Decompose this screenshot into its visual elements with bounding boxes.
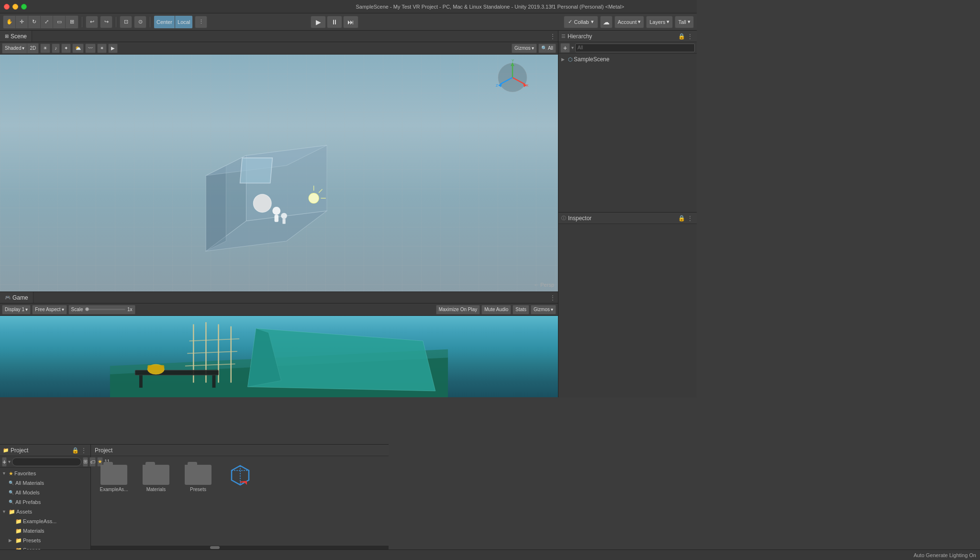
- global-illum-button[interactable]: ⊙: [134, 16, 146, 28]
- hierarchy-more-button[interactable]: ⋮: [686, 33, 694, 40]
- svg-rect-36: [135, 370, 218, 375]
- game-toolbar-right: Maximize On Play Mute Audio Stats Gizmos…: [436, 305, 556, 314]
- layout-label: Tall: [678, 19, 686, 25]
- collab-label: Collab: [574, 19, 589, 25]
- hierarchy-item-arrow: ▶: [561, 57, 567, 62]
- hand-tool-button[interactable]: ✋: [3, 16, 16, 28]
- play-button[interactable]: ▶: [311, 16, 326, 28]
- layout-arrow-icon: ▾: [688, 19, 690, 25]
- game-view[interactable]: [0, 316, 558, 397]
- scene-flares-button[interactable]: ✴: [97, 44, 107, 53]
- shading-dropdown[interactable]: Shaded ▾: [2, 44, 27, 53]
- account-button[interactable]: Account ▾: [614, 16, 645, 28]
- scene-fx-button[interactable]: ✦: [61, 44, 71, 53]
- shading-arrow-icon: ▾: [22, 45, 24, 51]
- inspector-content: [558, 224, 697, 397]
- snap-button[interactable]: ⊡: [120, 16, 132, 28]
- scale-slider[interactable]: Scale 1x: [68, 305, 135, 314]
- game-gizmos-label: Gizmos: [534, 307, 550, 312]
- main-layout: ⊞ Scene ⋮ Shaded ▾ 2D ☀ ♪ ✦ ⛅ 〰: [0, 31, 697, 397]
- scene-fog-button[interactable]: 〰: [85, 44, 96, 53]
- mute-audio-button[interactable]: Mute Audio: [481, 305, 511, 314]
- game-tab-more[interactable]: ⋮: [547, 292, 558, 303]
- right-panel: ☰ Hierarchy 🔒 ⋮ + ▾ ▶ ⬡ SampleScene ⋮: [558, 31, 697, 397]
- redo-button[interactable]: ↪: [100, 16, 112, 28]
- search-label: All: [548, 45, 553, 51]
- hierarchy-add-arrow[interactable]: ▾: [571, 45, 574, 50]
- 2d-button[interactable]: 2D: [27, 44, 38, 53]
- scale-tool-button[interactable]: ⤢: [41, 16, 53, 28]
- game-toolbar: Display 1 ▾ Free Aspect ▾ Scale 1x Maxim…: [0, 303, 558, 316]
- scene-tab-label: Scene: [11, 33, 27, 40]
- shading-label: Shaded: [5, 45, 21, 51]
- game-gizmos-button[interactable]: Gizmos ▾: [531, 305, 556, 314]
- shading-group: Shaded ▾ 2D: [2, 43, 39, 54]
- stats-button[interactable]: Stats: [512, 305, 529, 314]
- undo-button[interactable]: ↩: [86, 16, 98, 28]
- svg-rect-5: [240, 158, 273, 183]
- svg-point-7: [309, 193, 319, 203]
- display-dropdown[interactable]: Display 1 ▾: [2, 305, 31, 314]
- rect-tool-button[interactable]: ▭: [53, 16, 66, 28]
- hierarchy-panel-controls: 🔒 ⋮: [678, 33, 694, 40]
- hierarchy-header: ☰ Hierarchy 🔒 ⋮: [558, 31, 697, 42]
- scene-view[interactable]: Y X Z ← Persp: [0, 55, 558, 291]
- layers-arrow-icon: ▾: [667, 19, 669, 25]
- scene-gizmo[interactable]: Y X Z: [493, 58, 532, 97]
- pivot-button[interactable]: Center: [154, 16, 175, 28]
- toolbar-right-group: ✓ Collab ▾ ☁ Account ▾ Layers ▾ Tall ▾: [564, 16, 694, 28]
- scene-objects: [0, 55, 558, 291]
- scene-light-button[interactable]: ☀: [40, 44, 50, 53]
- hierarchy-item-samplescene[interactable]: ▶ ⬡ SampleScene ⋮: [558, 55, 697, 64]
- account-arrow-icon: ▾: [638, 19, 641, 25]
- hierarchy-add-button[interactable]: +: [560, 43, 570, 53]
- game-scene-objects: [0, 316, 558, 397]
- toolbar-sep-1: [82, 17, 82, 27]
- hierarchy-search-input[interactable]: [575, 44, 695, 52]
- svg-line-33: [189, 339, 240, 341]
- collab-icon: ✓: [568, 19, 572, 25]
- aspect-arrow-icon: ▾: [62, 307, 64, 312]
- game-tab-label: Game: [12, 294, 28, 301]
- svg-text:Y: Y: [512, 58, 514, 63]
- collab-arrow-icon: ▾: [591, 19, 594, 25]
- inspector-more-button[interactable]: ⋮: [686, 214, 694, 222]
- game-gizmos-arrow-icon: ▾: [551, 307, 553, 312]
- pause-button[interactable]: ⏸: [327, 16, 342, 28]
- scene-tab-more[interactable]: ⋮: [547, 31, 558, 42]
- svg-marker-3: [206, 166, 226, 251]
- inspector-lock-button[interactable]: 🔒: [678, 214, 685, 222]
- cloud-button[interactable]: ☁: [600, 16, 612, 28]
- aspect-dropdown[interactable]: Free Aspect ▾: [32, 305, 67, 314]
- window-title: SampleScene - My Test VR Project - PC, M…: [356, 4, 624, 10]
- svg-text:X: X: [526, 83, 529, 88]
- scene-anim-button[interactable]: ▶: [108, 44, 118, 53]
- layout-button[interactable]: Tall ▾: [675, 16, 694, 28]
- maximize-on-play-button[interactable]: Maximize On Play: [436, 305, 480, 314]
- extra-tools-button[interactable]: ⋮: [195, 16, 207, 28]
- rotate-tool-button[interactable]: ↻: [28, 16, 41, 28]
- move-tool-button[interactable]: ✛: [16, 16, 28, 28]
- hierarchy-lock-button[interactable]: 🔒: [678, 33, 685, 40]
- inspector-header: ⓘ Inspector 🔒 ⋮: [558, 213, 697, 224]
- search-icon: 🔍: [541, 45, 547, 51]
- maximize-button[interactable]: [21, 4, 27, 10]
- aspect-label: Free Aspect: [35, 307, 60, 312]
- tab-scene[interactable]: ⊞ Scene: [0, 31, 32, 42]
- collab-button[interactable]: ✓ Collab ▾: [564, 16, 598, 28]
- toolbar-sep-3: [150, 17, 150, 27]
- main-toolbar: ✋ ✛ ↻ ⤢ ▭ ⊞ ↩ ↪ ⊡ ⊙ Center Local ⋮ ▶ ⏸ ⏭…: [0, 13, 697, 31]
- close-button[interactable]: [4, 4, 10, 10]
- tab-game[interactable]: 🎮 Game: [0, 292, 33, 303]
- scale-value-label: 1x: [127, 307, 133, 312]
- transform-tool-button[interactable]: ⊞: [66, 16, 78, 28]
- svg-rect-40: [147, 365, 164, 370]
- scene-audio-button[interactable]: ♪: [52, 44, 60, 53]
- gizmos-button[interactable]: Gizmos ▾: [512, 44, 537, 53]
- step-button[interactable]: ⏭: [343, 16, 358, 28]
- minimize-button[interactable]: [12, 4, 18, 10]
- space-button[interactable]: Local: [175, 16, 192, 28]
- scene-search-button[interactable]: 🔍 All: [538, 44, 556, 53]
- layers-button[interactable]: Layers ▾: [646, 16, 673, 28]
- scene-skybox-button[interactable]: ⛅: [72, 44, 84, 53]
